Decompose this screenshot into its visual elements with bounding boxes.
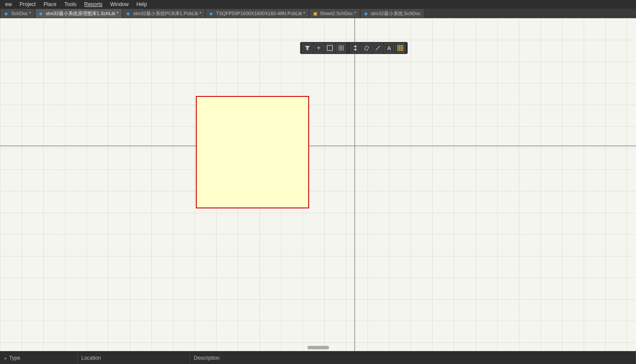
tab-schlib2-icon: ◈ bbox=[364, 11, 369, 16]
tab-pcblib1[interactable]: ◈ stm32最小系统PCB库1.PcbLib * bbox=[123, 9, 205, 18]
status-type-col[interactable]: ▲ Type bbox=[0, 351, 78, 364]
status-description-col[interactable]: Description bbox=[190, 351, 636, 364]
menu-project[interactable]: Project bbox=[16, 0, 39, 8]
horizontal-scrollbar[interactable] bbox=[307, 346, 329, 349]
tab-schlib1-icon: ◈ bbox=[39, 11, 44, 16]
tab-sheet2[interactable]: ▣ Sheet2.SchDoc * bbox=[310, 9, 360, 18]
type-col-label: Type bbox=[9, 355, 20, 361]
svg-marker-5 bbox=[354, 45, 357, 51]
toolbar-add-btn[interactable]: + bbox=[313, 43, 324, 53]
status-bar: ▲ Type Location Description bbox=[0, 351, 636, 364]
toolbar-rect-btn[interactable] bbox=[325, 43, 335, 53]
toolbar: + bbox=[300, 42, 408, 54]
menu-help[interactable]: Help bbox=[133, 0, 150, 8]
tab-pcblib2-icon: ◈ bbox=[209, 11, 214, 16]
crosshair-horizontal bbox=[0, 146, 636, 146]
canvas-area[interactable]: + bbox=[0, 18, 636, 351]
menu-reports[interactable]: Reports bbox=[81, 0, 106, 8]
menu-place[interactable]: Place bbox=[40, 0, 60, 8]
location-col-label: Location bbox=[81, 355, 101, 361]
toolbar-component-btn[interactable] bbox=[395, 43, 406, 53]
component-outline-rect[interactable] bbox=[196, 96, 309, 208]
type-sort-icon: ▲ bbox=[3, 356, 7, 360]
description-col-label: Description bbox=[194, 355, 220, 361]
status-location-col[interactable]: Location bbox=[78, 351, 190, 364]
tab-schlib2[interactable]: ◈ stm32最小系统.SchDoc bbox=[361, 9, 425, 18]
toolbar-line-btn[interactable] bbox=[373, 43, 383, 53]
menu-window[interactable]: Window bbox=[107, 0, 132, 8]
tab-schdoc[interactable]: ◈ SchDoc * bbox=[1, 9, 35, 18]
tab-pcblib1-icon: ◈ bbox=[126, 11, 131, 16]
menu-tools[interactable]: Tools bbox=[61, 0, 80, 8]
toolbar-sep1 bbox=[348, 44, 348, 52]
svg-line-7 bbox=[376, 46, 380, 50]
tab-schlib1[interactable]: ◈ stm32最小系统原理图库1.SchLib * bbox=[35, 9, 122, 18]
svg-rect-1 bbox=[327, 45, 332, 51]
svg-marker-6 bbox=[364, 46, 369, 51]
tab-schdoc-icon: ◈ bbox=[4, 11, 10, 16]
toolbar-move-btn[interactable] bbox=[350, 43, 361, 53]
toolbar-eraser-btn[interactable] bbox=[361, 43, 372, 53]
toolbar-text-btn[interactable]: A bbox=[384, 43, 394, 53]
menu-ew[interactable]: ew bbox=[2, 0, 15, 8]
toolbar-filter-btn[interactable] bbox=[302, 43, 313, 53]
tab-sheet2-icon: ▣ bbox=[313, 11, 318, 16]
tab-pcblib2[interactable]: ◈ TSQFP50P1600X1600X160-48N.PcbLib * bbox=[206, 9, 309, 18]
crosshair-vertical bbox=[355, 18, 355, 351]
toolbar-pin-btn[interactable] bbox=[336, 43, 346, 53]
menu-bar: ew Project Place Tools Reports Window He… bbox=[0, 0, 636, 9]
svg-rect-8 bbox=[398, 45, 403, 51]
toolbar-container: + bbox=[300, 42, 408, 54]
tabs-bar: ◈ SchDoc * ◈ stm32最小系统原理图库1.SchLib * ◈ s… bbox=[0, 9, 636, 18]
svg-marker-0 bbox=[305, 46, 310, 50]
